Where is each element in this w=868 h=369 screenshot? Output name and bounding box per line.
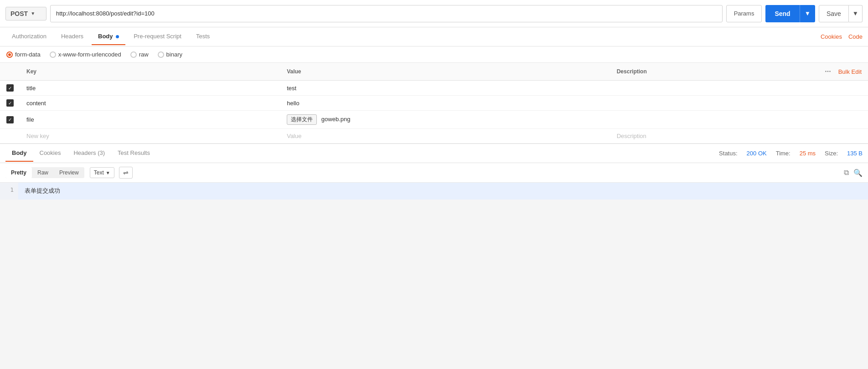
radio-binary[interactable]: binary [158, 51, 182, 58]
new-key-placeholder: New key [26, 133, 49, 139]
code-line: 表单提交成功 [25, 186, 862, 196]
row1-checkbox-cell[interactable] [0, 81, 20, 96]
tab-authorization[interactable]: Authorization [5, 28, 53, 45]
row2-description[interactable] [610, 96, 730, 111]
col-header-value: Value [280, 63, 610, 81]
body-type-bar: form-data x-www-form-urlencoded raw bina… [0, 46, 868, 63]
size-label: Size: [825, 150, 838, 157]
radio-binary-btn [158, 51, 164, 58]
preview-button[interactable]: Preview [54, 167, 84, 178]
new-description-placeholder: Description [617, 133, 646, 139]
pretty-button[interactable]: Pretty [5, 167, 32, 178]
table-row: file 选择文件 goweb.png [0, 111, 868, 129]
save-btn-group: Save ▼ [819, 5, 863, 22]
request-tab-bar: Authorization Headers Body Pre-request S… [0, 27, 868, 46]
form-data-table-area: Key Value Description ··· Bulk Edit [0, 63, 868, 144]
row3-description[interactable] [610, 111, 730, 129]
tab-tests[interactable]: Tests [190, 28, 216, 45]
row3-key[interactable]: file [20, 111, 280, 129]
row1-value[interactable]: test [280, 81, 610, 96]
wrap-icon: ⇌ [123, 169, 129, 176]
response-status: Status: 200 OK Time: 25 ms Size: 135 B [719, 150, 863, 157]
file-choose-button[interactable]: 选择文件 [287, 114, 317, 125]
response-tab-cookies[interactable]: Cookies [33, 145, 67, 162]
row2-actions [730, 96, 868, 111]
radio-form-data-btn [6, 51, 13, 58]
radio-x-www-label: x-www-form-urlencoded [58, 51, 121, 58]
radio-form-data-label: form-data [15, 51, 41, 58]
row2-key[interactable]: content [20, 96, 280, 111]
save-dropdown-button[interactable]: ▼ [849, 5, 863, 22]
row1-actions [730, 81, 868, 96]
send-button[interactable]: Send [765, 5, 799, 22]
tab-headers[interactable]: Headers [55, 28, 90, 45]
row3-checkbox[interactable] [6, 116, 14, 123]
tab-pre-request-script[interactable]: Pre-request Script [127, 28, 188, 45]
new-row-value[interactable]: Value [280, 129, 610, 144]
size-value: 135 B [847, 150, 863, 157]
row1-checkbox[interactable] [6, 84, 14, 92]
code-link[interactable]: Code [848, 33, 863, 40]
tab-body[interactable]: Body [92, 28, 125, 45]
response-tab-test-results[interactable]: Test Results [111, 145, 156, 162]
response-tab-bar: Body Cookies Headers (3) Test Results St… [0, 144, 868, 163]
wrap-button[interactable]: ⇌ [119, 167, 133, 179]
status-label: Status: [719, 150, 737, 157]
method-chevron-icon: ▼ [31, 11, 35, 16]
row2-checkbox[interactable] [6, 99, 14, 107]
search-button[interactable]: 🔍 [853, 169, 863, 177]
send-dropdown-button[interactable]: ▼ [800, 5, 815, 22]
response-tab-body[interactable]: Body [5, 145, 33, 162]
row1-description[interactable] [610, 81, 730, 96]
format-dropdown[interactable]: Text ▼ [90, 167, 114, 178]
code-area: 表单提交成功 [18, 183, 868, 200]
row3-checkbox-cell[interactable] [0, 111, 20, 129]
new-row-key[interactable]: New key [20, 129, 280, 144]
line-number: 1 [5, 186, 14, 193]
table-row: title test [0, 81, 868, 96]
response-body: 1 表单提交成功 [0, 183, 868, 200]
tab-bar-right: Cookies Code [821, 33, 863, 40]
copy-button[interactable]: ⧉ [844, 169, 849, 177]
radio-form-data[interactable]: form-data [6, 51, 41, 58]
params-button[interactable]: Params [726, 5, 762, 22]
line-number-area: 1 表单提交成功 [0, 183, 868, 200]
toolbar-right-icons: ⧉ 🔍 [844, 169, 863, 177]
new-row-description[interactable]: Description [610, 129, 730, 144]
col-header-check [0, 63, 20, 81]
cookies-link[interactable]: Cookies [821, 33, 842, 40]
row1-key[interactable]: title [20, 81, 280, 96]
time-label: Time: [776, 150, 790, 157]
form-data-table: Key Value Description ··· Bulk Edit [0, 63, 868, 144]
radio-raw-label: raw [139, 51, 149, 58]
radio-raw[interactable]: raw [130, 51, 149, 58]
save-dropdown-icon: ▼ [852, 10, 858, 17]
row3-value[interactable]: 选择文件 goweb.png [280, 111, 610, 129]
format-chevron-icon: ▼ [106, 170, 110, 175]
send-btn-group: Send ▼ [765, 5, 815, 22]
response-section: Body Cookies Headers (3) Test Results St… [0, 144, 868, 200]
table-row-new: New key Value Description [0, 129, 868, 144]
line-numbers: 1 [0, 183, 18, 200]
method-selector[interactable]: POST ▼ [5, 7, 46, 20]
new-row-checkbox-cell [0, 129, 20, 144]
table-row: content hello [0, 96, 868, 111]
new-value-placeholder: Value [287, 133, 301, 139]
time-value: 25 ms [800, 150, 816, 157]
more-options-icon[interactable]: ··· [825, 67, 831, 76]
url-input[interactable] [50, 5, 723, 22]
row2-value[interactable]: hello [280, 96, 610, 111]
radio-x-www-btn [50, 51, 56, 58]
save-button[interactable]: Save [819, 5, 849, 22]
top-bar: POST ▼ Params Send ▼ Save ▼ [0, 0, 868, 27]
raw-button[interactable]: Raw [32, 167, 54, 178]
radio-x-www[interactable]: x-www-form-urlencoded [50, 51, 121, 58]
col-header-key: Key [20, 63, 280, 81]
format-label: Text [94, 169, 104, 176]
status-value: 200 OK [747, 150, 767, 157]
row3-actions [730, 111, 868, 129]
method-text: POST [10, 10, 28, 17]
row2-checkbox-cell[interactable] [0, 96, 20, 111]
bulk-edit-button[interactable]: Bulk Edit [838, 68, 862, 75]
response-tab-headers[interactable]: Headers (3) [67, 145, 111, 162]
